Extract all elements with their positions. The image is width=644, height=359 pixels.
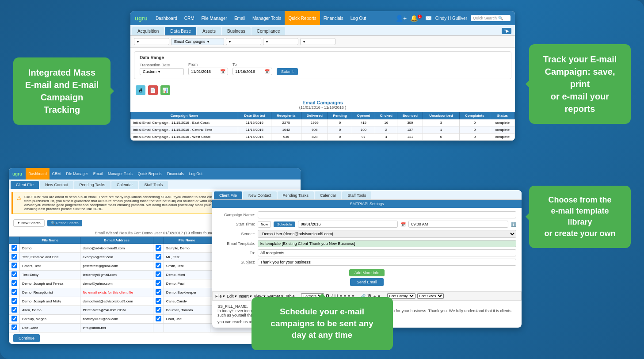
bl-tab-calendar[interactable]: Calendar: [111, 181, 138, 189]
add-more-info-btn[interactable]: Add More Info: [349, 269, 385, 276]
pdf-icon[interactable]: 📄: [148, 85, 158, 95]
col-filename2: File Name: [164, 237, 210, 244]
col-campaign-name: Campaign Name: [131, 112, 238, 119]
submit-button[interactable]: Submit: [277, 68, 298, 75]
nav-crm[interactable]: CRM: [181, 11, 198, 25]
bl-nav-crm[interactable]: CRM: [50, 168, 63, 180]
br-tab-calendar[interactable]: Calendar: [315, 191, 342, 199]
br-tab-pendingtasks[interactable]: Pending Tasks: [278, 191, 314, 199]
sender-row: Sender: Demo User (demo@advisorcloud9.co…: [217, 230, 516, 238]
tab-acquisition[interactable]: Acquisition: [132, 27, 164, 35]
tab-database[interactable]: Data Base: [165, 27, 196, 35]
campaign-name-input[interactable]: [258, 211, 516, 218]
tab-compliance[interactable]: Compliance: [252, 27, 286, 35]
schedule-btn[interactable]: Schedule: [274, 222, 295, 227]
now-btn[interactable]: Now: [258, 221, 271, 228]
bl-tab-clientfile[interactable]: Client File: [11, 181, 39, 189]
from-date-input[interactable]: 11/01/2016 📅: [188, 68, 228, 75]
bl-nav-managertools[interactable]: Manager Tools: [105, 168, 135, 180]
col-email1: E-mail Address: [80, 237, 153, 244]
nav-dashboard[interactable]: Dashboard: [152, 11, 181, 25]
dropdown-acquisition[interactable]: ▾: [134, 38, 169, 45]
br-tab-clientfile[interactable]: Client File: [214, 191, 242, 199]
top-nav-bar: ugru Dashboard CRM File Manager Email Ma…: [130, 11, 515, 25]
br-tab-stafftools[interactable]: Staff Tools: [342, 191, 371, 199]
send-email-row: Send Email: [219, 278, 514, 286]
col-filename1: File Name: [20, 237, 80, 244]
subject-label: Subject:: [217, 260, 255, 264]
send-email-btn[interactable]: Send Email: [350, 278, 384, 286]
dropdown-business[interactable]: ▾: [263, 38, 298, 45]
info-icon: ℹ️: [511, 222, 516, 227]
main-container: Integrated Mass E-mail and E-mail Campai…: [0, 0, 644, 359]
start-time-row: Start Time: Now Schedule 📅 ℹ️: [217, 221, 516, 228]
continue-btn-bottom[interactable]: Continue: [13, 334, 40, 342]
dropdown-assets[interactable]: ▾: [226, 38, 261, 45]
bottom-left-nav: ugru Dashboard CRM File Manager Email Ma…: [9, 168, 301, 180]
action-icons-row: 🖨 📄 📊: [130, 83, 515, 98]
user-name: Cindy H Gulliver: [435, 16, 467, 21]
to-label: To: [232, 62, 272, 67]
toolbar-insert[interactable]: Insert ▾: [239, 294, 252, 298]
callout-right-bottom: Choose from the e-mail template library …: [529, 186, 631, 248]
col-recipients: Recepients: [271, 112, 301, 119]
to-input[interactable]: [258, 249, 516, 256]
bl-nav-logout[interactable]: Log Out: [187, 168, 205, 180]
start-time-label: Start Time:: [217, 222, 255, 226]
warning-icon: ⚠: [17, 195, 22, 201]
transaction-date-group: Transaction Date Custom▾: [140, 63, 184, 75]
bottom-left-tabs: Client File New Contact Pending Tasks Ca…: [9, 180, 301, 189]
to-date-group: To 11/16/2016 📅: [232, 62, 272, 75]
col-bounced: Bounced: [397, 112, 423, 119]
report-main-title: Email Campaigns: [133, 100, 513, 105]
help-btn[interactable]: ?▶: [502, 28, 511, 34]
print-icon[interactable]: 🖨: [136, 85, 145, 95]
col-check1: [9, 237, 20, 244]
nav-email[interactable]: Email: [231, 11, 249, 25]
time-input[interactable]: [408, 221, 508, 228]
bl-nav-financials[interactable]: Financials: [164, 168, 187, 180]
bl-tab-pendingtasks[interactable]: Pending Tasks: [74, 181, 111, 189]
tab-assets[interactable]: Assets: [197, 27, 221, 35]
bl-tab-newcontact[interactable]: New Contact: [40, 181, 73, 189]
bl-nav-dashboard[interactable]: Dashboard: [26, 168, 50, 180]
col-status: Status: [490, 112, 515, 119]
toolbar-file[interactable]: File ▾: [215, 294, 225, 298]
dropdown-compliance[interactable]: ▾: [300, 38, 335, 45]
report-date-range: (11/01/2016 - 11/16/2016 ): [133, 105, 513, 110]
new-search-btn[interactable]: ✦ New Search: [13, 219, 45, 227]
nav-filemanager[interactable]: File Manager: [198, 11, 231, 25]
toolbar-edit[interactable]: Edit ▾: [227, 294, 237, 298]
excel-icon[interactable]: 📊: [160, 85, 170, 95]
font-size-select[interactable]: Font Sizes: [417, 293, 444, 299]
table-row: Initial Email Campaign - 11.15.2016 - Ce…: [131, 126, 515, 134]
br-tab-newcontact[interactable]: New Contact: [243, 191, 277, 199]
sender-label: Sender:: [217, 232, 255, 236]
subject-row: Subject:: [217, 259, 516, 266]
nav-financials[interactable]: Financials: [320, 11, 347, 25]
date-input[interactable]: [298, 221, 398, 228]
bl-nav-email[interactable]: Email: [91, 168, 105, 180]
campaign-table: Campaign Name Date Started Recepients De…: [130, 112, 515, 141]
calendar-icon-small[interactable]: 📅: [400, 222, 406, 227]
subject-input[interactable]: [258, 259, 516, 266]
nav-managertools[interactable]: Manager Tools: [249, 11, 285, 25]
date-type-dropdown[interactable]: Custom▾: [140, 68, 184, 75]
nav-quickreports[interactable]: Quick Reports: [285, 11, 320, 25]
campaign-name-label: Campaign Name:: [217, 213, 255, 217]
refine-search-btn[interactable]: 🔍 Refine Search: [47, 220, 82, 226]
template-input[interactable]: [258, 240, 516, 247]
to-date-input[interactable]: 11/16/2016 📅: [232, 68, 272, 75]
bl-nav-quickreports[interactable]: Quick Reports: [135, 168, 164, 180]
sender-select[interactable]: Demo User (demo@advisorcloud9.com): [258, 230, 516, 238]
logo: ugru: [135, 15, 148, 22]
callout-left: Integrated Mass E-mail and E-mail Campai…: [13, 57, 111, 125]
nav-logout[interactable]: Log Out: [347, 11, 370, 25]
screenshot-top: ugru Dashboard CRM File Manager Email Ma…: [130, 11, 515, 141]
tab-business[interactable]: Business: [222, 27, 251, 35]
font-family-select[interactable]: Font Family: [387, 293, 415, 299]
bl-nav-filemanager[interactable]: File Manager: [63, 168, 91, 180]
dropdown-database[interactable]: Email Campaigns▾: [171, 38, 224, 45]
smtp-title: SMTP/API Settings: [212, 200, 522, 208]
bl-tab-stafftools[interactable]: Staff Tools: [139, 181, 168, 189]
